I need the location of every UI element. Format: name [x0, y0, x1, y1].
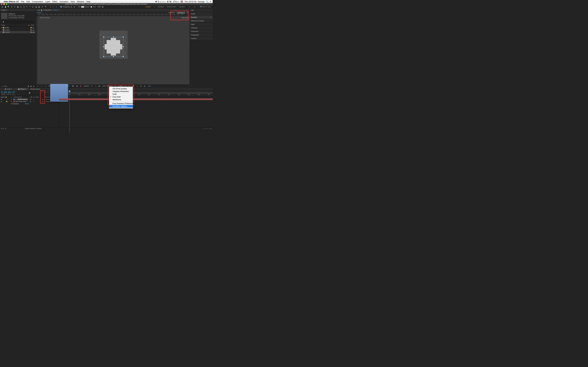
ctx-off-final[interactable]: Off (Final Quality): [109, 87, 133, 90]
workspace-standard[interactable]: Standard: [158, 6, 164, 8]
col-shy-icon[interactable]: ⊡: [30, 96, 31, 98]
mag-menu3-icon[interactable]: ▭: [44, 85, 47, 87]
rotation-tool-icon[interactable]: ⟳: [13, 6, 16, 8]
clock[interactable]: Thu 19 53 30: [184, 0, 196, 3]
eraser-tool-icon[interactable]: ◧: [38, 6, 40, 8]
menu-extra-icon[interactable]: ≡: [210, 0, 211, 3]
project-columns[interactable]: Name ◆ Type: [0, 24, 35, 26]
new-folder-icon[interactable]: ▣: [28, 85, 29, 87]
panel-libraries[interactable]: Libraries: [190, 26, 213, 30]
shape-layer-preview[interactable]: [104, 38, 122, 56]
channel-icon[interactable]: ◉: [79, 85, 82, 87]
workspace-default-menu-icon[interactable]: ≡: [154, 6, 155, 8]
interpret-icon[interactable]: ▭: [1, 85, 2, 87]
tl-footer-icon3[interactable]: {}: [5, 128, 6, 129]
pen-tool-icon[interactable]: ✒: [26, 6, 28, 8]
pan-behind-tool-icon[interactable]: ⊡: [20, 6, 22, 8]
project-menu-icon[interactable]: ≡: [7, 9, 8, 11]
project-tab[interactable]: Project≡: [0, 8, 35, 12]
ctx-renderer-options[interactable]: Renderer Options...: [109, 105, 133, 108]
col-video-icon[interactable]: ◉: [1, 96, 2, 98]
zoom-tool-icon[interactable]: 🔍: [7, 6, 10, 8]
user-name[interactable]: George: [198, 0, 204, 3]
menu-view[interactable]: View: [71, 0, 75, 3]
panel-preview[interactable]: Preview≡: [190, 16, 213, 19]
status-icons[interactable]: ✱ ⇅ ▭ ▭ ⌂: [155, 0, 166, 3]
spotlight-icon[interactable]: 🔍: [206, 0, 208, 3]
col-lock-icon[interactable]: 🔒: [5, 96, 7, 98]
battery[interactable]: 37% ▭: [173, 0, 179, 3]
ctx-adaptive[interactable]: Adaptive Resolution: [109, 90, 133, 93]
stroke-label[interactable]: Stroke:: [85, 6, 90, 8]
add-menu-icon[interactable]: ◑: [101, 6, 104, 8]
snap-opt1-icon[interactable]: ⊡: [70, 6, 72, 8]
tl-footer-icon2[interactable]: ⊡: [3, 128, 4, 129]
label-column-icon[interactable]: ◆: [28, 24, 30, 26]
tl-tab-comp2[interactable]: ▣ Comp 2 ≡: [16, 88, 28, 90]
show-snapshot-icon[interactable]: ▣: [76, 85, 78, 87]
menu-edit[interactable]: Edit: [26, 0, 30, 3]
col-audio-icon[interactable]: 🔊: [2, 96, 4, 98]
menu-layer[interactable]: Layer: [45, 0, 50, 3]
snapping-checkbox[interactable]: [60, 6, 62, 8]
snapshot-icon[interactable]: 📷: [71, 85, 74, 87]
flag-uk-icon[interactable]: [181, 1, 183, 2]
trash-icon[interactable]: 🗑: [33, 85, 35, 87]
hand-tool-icon[interactable]: ✋: [4, 6, 7, 8]
transform-reset[interactable]: Reset: [25, 103, 29, 105]
viewer-lock-icon[interactable]: ▣: [38, 9, 40, 11]
col-solo-icon[interactable]: ●: [4, 96, 5, 98]
tl-tab-renderqueue[interactable]: Render Queue: [28, 88, 42, 90]
clone-tool-icon[interactable]: ▤: [35, 6, 37, 8]
camera-tool-icon[interactable]: ▣: [17, 6, 19, 8]
search-help[interactable]: 🔎 Search Help: [199, 6, 211, 8]
panel-audio[interactable]: Audio: [190, 12, 213, 16]
tl-search-icon[interactable]: 🔎: [28, 92, 30, 94]
view-axis-icon[interactable]: ⊹: [55, 6, 58, 8]
bpc-toggle[interactable]: 8 bpc: [3, 85, 7, 87]
roto-tool-icon[interactable]: ✦: [41, 6, 43, 8]
ctx-wireframe[interactable]: Wireframe: [109, 98, 133, 101]
transparency-icon[interactable]: ▦: [98, 85, 101, 87]
canvas[interactable]: Active Camera Fast Draft: [37, 16, 190, 84]
tl-tab-close-icon[interactable]: ×: [0, 88, 3, 90]
viewer-breadcrumb[interactable]: Comp 2: [37, 12, 42, 13]
workspace-panel-icon[interactable]: ▭: [194, 6, 196, 8]
panel-tracker[interactable]: Tracker: [190, 37, 213, 40]
mag-menu-icon[interactable]: ▭: [36, 85, 39, 87]
timeline-icon[interactable]: ▭: [136, 85, 138, 87]
ctx-fast-prev-prefs[interactable]: Fast Previews Preferences...: [109, 102, 133, 105]
selection-tool-icon[interactable]: ▶: [1, 6, 4, 8]
app-name[interactable]: After Effects CC: [4, 0, 19, 3]
ruler-horizontal[interactable]: -170-160-150-140-130-120-110-100-90-80-7…: [37, 14, 190, 16]
orbit-tool-icon[interactable]: ⟲: [10, 6, 13, 8]
renderer-options-icon[interactable]: 🔧: [186, 12, 188, 13]
menu-file[interactable]: File: [21, 0, 24, 3]
panel-info[interactable]: Info: [190, 8, 213, 12]
layer2-bar[interactable]: [59, 99, 213, 100]
puppet-tool-icon[interactable]: 📍: [44, 6, 47, 8]
fill-swatch[interactable]: [81, 6, 84, 8]
ruler-vertical[interactable]: [35, 16, 37, 84]
brush-tool-icon[interactable]: 🖌: [32, 6, 34, 8]
ctx-draft[interactable]: Draft: [109, 93, 133, 96]
timeline-ruler[interactable]: 02s04s06s08s10s12s14s16s18s20s22s24s26s2…: [59, 90, 213, 96]
local-axis-icon[interactable]: ⊹: [49, 6, 52, 8]
viewer-close-icon[interactable]: ×: [36, 9, 37, 11]
menu-animation[interactable]: Animation: [60, 0, 69, 3]
tl-icon-1[interactable]: ⊹: [41, 91, 43, 93]
comp-flow-icon[interactable]: ⊞: [140, 85, 142, 87]
project-item-solids[interactable]: ▸Solids ▬: [0, 26, 35, 29]
menu-help[interactable]: Help: [86, 0, 90, 3]
new-comp-icon[interactable]: ▣: [30, 85, 32, 87]
tl-footer-icon1[interactable]: ⊞: [1, 128, 2, 129]
type-tool-icon[interactable]: T: [29, 6, 31, 8]
project-search[interactable]: 🔎: [1, 21, 34, 23]
exposure-value[interactable]: +0.0: [147, 85, 151, 87]
stroke-swatch[interactable]: [90, 6, 92, 8]
renderer-name[interactable]: CINEMA 4D: [177, 12, 185, 13]
panel-paragraph[interactable]: Paragraph: [190, 33, 213, 37]
workspace-default[interactable]: Default: [146, 6, 151, 8]
world-axis-icon[interactable]: ⊹: [52, 6, 55, 8]
tl-tab2-close-icon[interactable]: ×: [14, 88, 16, 90]
